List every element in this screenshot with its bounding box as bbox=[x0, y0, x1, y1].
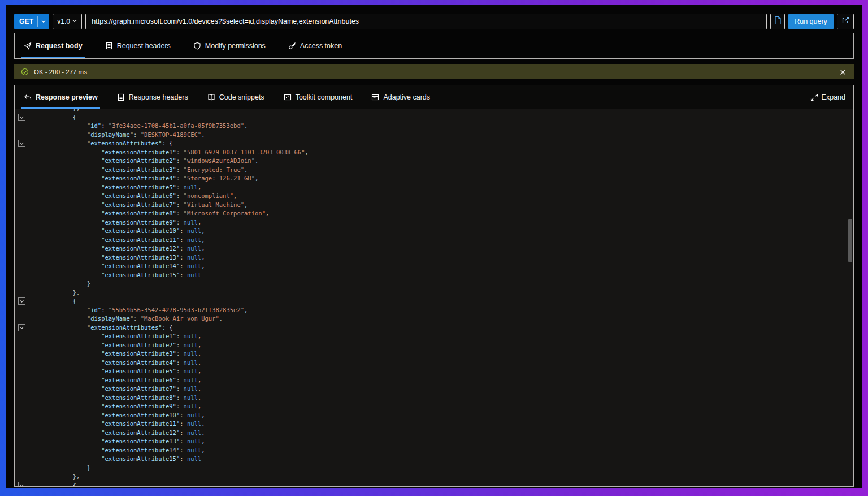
gutter-space bbox=[15, 446, 44, 455]
sample-document-button[interactable] bbox=[770, 14, 785, 29]
code-text: "displayName": "DESKTOP-4189CEC", bbox=[44, 131, 845, 140]
code-content: }, { "id": "3fe34aee-1708-45b1-a0fa-05f9… bbox=[15, 109, 845, 486]
tab-modify-permissions[interactable]: Modify permissions bbox=[191, 33, 268, 58]
gutter-space bbox=[15, 455, 44, 464]
gutter-space bbox=[15, 350, 44, 359]
code-line: { bbox=[15, 297, 845, 306]
tab-label: Request headers bbox=[117, 42, 171, 50]
document-icon bbox=[117, 93, 125, 101]
code-text: "extensionAttribute8": null, bbox=[44, 394, 845, 403]
code-line: { bbox=[15, 113, 845, 122]
code-text: }, bbox=[44, 288, 845, 297]
fold-icon[interactable] bbox=[15, 139, 44, 148]
code-text: "extensionAttribute11": null, bbox=[44, 236, 845, 245]
expand-button[interactable]: Expand bbox=[810, 85, 845, 109]
book-icon bbox=[207, 93, 215, 101]
code-text: "extensionAttribute15": null bbox=[44, 271, 845, 280]
code-line: "extensionAttribute12": null, bbox=[15, 429, 845, 438]
tab-label: Adaptive cards bbox=[383, 93, 430, 101]
gutter-space bbox=[15, 131, 44, 140]
gutter-space bbox=[15, 166, 44, 175]
code-text: "extensionAttribute12": null, bbox=[44, 429, 845, 438]
gutter-space bbox=[15, 437, 44, 446]
api-version-dropdown[interactable]: v1.0 bbox=[53, 14, 82, 29]
code-line: }, bbox=[15, 472, 845, 481]
fold-icon[interactable] bbox=[15, 113, 44, 122]
code-text: "extensionAttribute3": "Encrypted: True"… bbox=[44, 166, 845, 175]
gutter-space bbox=[15, 359, 44, 368]
gutter-space bbox=[15, 376, 44, 385]
code-line: "extensionAttribute2": null, bbox=[15, 341, 845, 350]
scrollbar-thumb[interactable] bbox=[848, 219, 852, 262]
code-line: "extensionAttribute9": null, bbox=[15, 218, 845, 227]
request-bar: GET v1.0 Run query bbox=[14, 14, 854, 29]
graph-explorer-window: GET v1.0 Run query bbox=[6, 5, 862, 488]
code-text: "extensionAttribute1": null, bbox=[44, 332, 845, 341]
status-message: OK - 200 - 277 ms bbox=[34, 68, 87, 75]
expand-icon bbox=[810, 93, 818, 101]
gutter-space bbox=[15, 253, 44, 262]
code-line: "extensionAttribute11": null, bbox=[15, 420, 845, 429]
card-icon bbox=[371, 93, 379, 101]
gutter-space bbox=[15, 367, 44, 376]
fold-icon[interactable] bbox=[15, 324, 44, 333]
code-line: "extensionAttribute5": null, bbox=[15, 183, 845, 192]
code-text: "extensionAttribute10": null, bbox=[44, 227, 845, 236]
gutter-space bbox=[15, 174, 44, 183]
gutter-space bbox=[15, 279, 44, 288]
response-editor[interactable]: }, { "id": "3fe34aee-1708-45b1-a0fa-05f9… bbox=[15, 109, 853, 486]
code-text: "extensionAttribute13": null, bbox=[44, 437, 845, 446]
tab-request-body[interactable]: Request body bbox=[21, 33, 85, 58]
close-icon[interactable] bbox=[839, 68, 847, 76]
gutter-space bbox=[15, 209, 44, 218]
code-text: "extensionAttribute4": null, bbox=[44, 359, 845, 368]
code-line: "extensionAttribute9": null, bbox=[15, 402, 845, 411]
code-line: "extensionAttribute3": "Encrypted: True"… bbox=[15, 166, 845, 175]
code-text: } bbox=[44, 464, 845, 473]
code-text: "extensionAttribute10": null, bbox=[44, 411, 845, 420]
http-method-dropdown[interactable]: GET bbox=[14, 14, 49, 29]
code-text: "extensionAttribute14": null, bbox=[44, 262, 845, 271]
api-version-label: v1.0 bbox=[57, 18, 70, 25]
tab-adaptive-cards[interactable]: Adaptive cards bbox=[369, 85, 432, 109]
gutter-space bbox=[15, 472, 44, 481]
gutter-space bbox=[15, 420, 44, 429]
code-line: "displayName": "DESKTOP-4189CEC", bbox=[15, 131, 845, 140]
tab-access-token[interactable]: Access token bbox=[286, 33, 344, 58]
document-icon bbox=[105, 42, 113, 50]
code-text: "extensionAttribute1": "5801-6979-0037-1… bbox=[44, 148, 845, 157]
gutter-space bbox=[15, 201, 44, 210]
request-url-input[interactable] bbox=[85, 14, 767, 29]
tab-code-snippets[interactable]: Code snippets bbox=[205, 85, 267, 109]
code-line: "extensionAttributes": { bbox=[15, 324, 845, 333]
code-text: "extensionAttribute13": null, bbox=[44, 253, 845, 262]
chevron-down-icon bbox=[38, 19, 49, 24]
tab-response-headers[interactable]: Response headers bbox=[115, 85, 190, 109]
code-text: { bbox=[44, 481, 845, 487]
code-text: "extensionAttribute7": null, bbox=[44, 385, 845, 394]
code-text: "extensionAttribute7": "Virtual Machine"… bbox=[44, 201, 845, 210]
tab-request-headers[interactable]: Request headers bbox=[103, 33, 173, 58]
fold-icon[interactable] bbox=[15, 481, 44, 487]
gutter-space bbox=[15, 429, 44, 438]
share-icon bbox=[841, 16, 849, 27]
share-query-button[interactable] bbox=[837, 14, 854, 29]
code-text: "extensionAttribute6": "noncompliant", bbox=[44, 192, 845, 201]
response-tabs: Response preview Response headers Code s… bbox=[15, 85, 853, 109]
code-line: "extensionAttribute1": null, bbox=[15, 332, 845, 341]
fold-icon[interactable] bbox=[15, 297, 44, 306]
code-line: "extensionAttribute10": null, bbox=[15, 227, 845, 236]
code-text: "extensionAttribute5": null, bbox=[44, 367, 845, 376]
tab-toolkit-component[interactable]: Toolkit component bbox=[281, 85, 355, 109]
tab-response-preview[interactable]: Response preview bbox=[21, 85, 100, 109]
gutter-space bbox=[15, 411, 44, 420]
code-line: "extensionAttribute11": null, bbox=[15, 236, 845, 245]
code-line: { bbox=[15, 481, 845, 487]
code-text: "extensionAttribute12": null, bbox=[44, 244, 845, 253]
code-text: { bbox=[44, 113, 845, 122]
gutter-space bbox=[15, 271, 44, 280]
key-icon bbox=[288, 42, 296, 50]
code-line: "extensionAttribute4": "Storage: 126.21 … bbox=[15, 174, 845, 183]
gutter-space bbox=[15, 148, 44, 157]
run-query-button[interactable]: Run query bbox=[788, 14, 834, 29]
